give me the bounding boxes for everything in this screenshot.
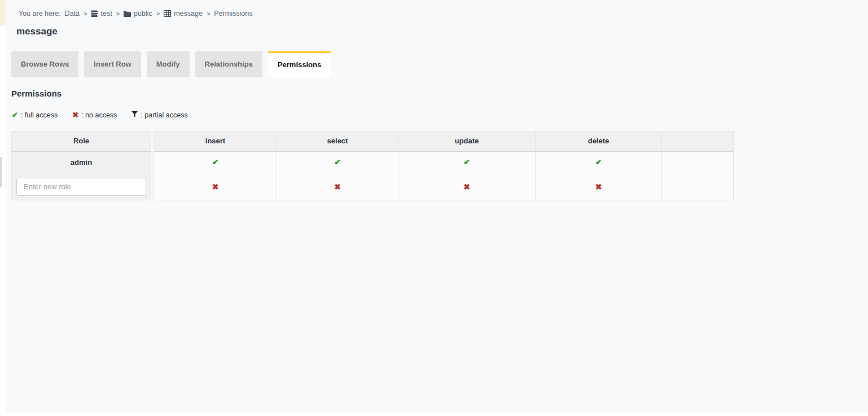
tab-bar: Browse Rows Insert Row Modify Relationsh… xyxy=(6,51,868,77)
permission-cell-admin-insert[interactable]: ✔ xyxy=(154,151,277,173)
column-header-select: select xyxy=(277,132,398,151)
role-column-header: Role xyxy=(12,132,151,151)
role-cell-admin[interactable]: admin xyxy=(12,151,151,173)
page-title: message xyxy=(16,26,868,37)
check-icon: ✔ xyxy=(334,157,341,167)
check-icon: ✔ xyxy=(463,157,470,167)
breadcrumb-separator: > xyxy=(116,10,120,17)
legend-partial-access: : partial access xyxy=(131,111,187,119)
database-icon xyxy=(91,10,98,17)
legend-no-access: ✖ : no access xyxy=(72,111,117,119)
tab-browse-rows[interactable]: Browse Rows xyxy=(11,51,78,77)
permission-cell-new-blank xyxy=(662,173,734,200)
breadcrumb-prefix: You are here: xyxy=(19,10,61,17)
permissions-tables: Role admin xyxy=(11,131,868,200)
legend-full-access: ✔ : full access xyxy=(12,111,58,119)
permission-cell-new-update[interactable]: ✖ xyxy=(398,173,536,200)
permission-cell-new-select[interactable]: ✖ xyxy=(277,173,398,200)
check-icon: ✔ xyxy=(595,157,602,167)
permission-cell-new-insert[interactable]: ✖ xyxy=(154,173,277,200)
cross-icon: ✖ xyxy=(595,182,602,191)
legend-label: : no access xyxy=(81,111,117,119)
permission-cell-new-delete[interactable]: ✖ xyxy=(536,173,662,200)
table-icon xyxy=(164,10,171,17)
new-role-input[interactable] xyxy=(16,178,146,196)
breadcrumb-separator: > xyxy=(84,10,87,17)
legend-label: : partial access xyxy=(141,111,187,119)
permission-cell-admin-blank xyxy=(662,151,734,173)
column-header-insert: insert xyxy=(154,132,277,151)
cross-icon: ✖ xyxy=(72,111,78,119)
permissions-legend: ✔ : full access ✖ : no access : partial … xyxy=(12,111,868,119)
column-header-delete: delete xyxy=(536,132,662,151)
breadcrumb-separator: > xyxy=(207,10,210,17)
sidebar-resize-handle[interactable] xyxy=(0,157,2,187)
breadcrumb-item-message[interactable]: message xyxy=(164,10,203,17)
new-role-cell xyxy=(12,173,151,200)
legend-label: : full access xyxy=(21,111,58,119)
breadcrumb-separator: > xyxy=(156,10,160,17)
role-row-admin: admin xyxy=(12,151,151,173)
cross-icon: ✖ xyxy=(463,182,470,191)
breadcrumb-item-test[interactable]: test xyxy=(91,10,112,17)
cross-icon: ✖ xyxy=(334,182,341,191)
app-viewport: You are here: Data > test > xyxy=(0,0,868,416)
filter-icon xyxy=(131,111,138,119)
folder-icon xyxy=(124,11,131,17)
sidebar-edge-strip xyxy=(0,0,6,25)
permission-row-admin: ✔ ✔ ✔ ✔ xyxy=(154,151,734,173)
permission-cell-admin-update[interactable]: ✔ xyxy=(398,151,536,173)
permissions-header-row: insert select update delete xyxy=(154,132,734,151)
permission-cell-admin-select[interactable]: ✔ xyxy=(277,151,398,173)
role-table: Role admin xyxy=(11,131,151,200)
tab-permissions[interactable]: Permissions xyxy=(268,51,331,77)
tab-insert-row[interactable]: Insert Row xyxy=(84,51,141,77)
check-icon: ✔ xyxy=(12,111,18,119)
check-icon: ✔ xyxy=(212,157,219,167)
role-row-new xyxy=(12,173,151,200)
permissions-heading: Permissions xyxy=(11,89,868,98)
breadcrumb-item-public[interactable]: public xyxy=(124,10,152,17)
column-header-blank xyxy=(662,132,734,151)
role-header-row: Role xyxy=(12,132,151,151)
cross-icon: ✖ xyxy=(212,182,219,191)
tab-modify[interactable]: Modify xyxy=(147,51,190,77)
breadcrumb: You are here: Data > test > xyxy=(19,0,868,17)
column-header-update: update xyxy=(398,132,536,151)
permission-row-new-role: ✖ ✖ ✖ ✖ xyxy=(154,173,734,200)
permission-cell-admin-delete[interactable]: ✔ xyxy=(536,151,662,173)
tab-relationships[interactable]: Relationships xyxy=(195,51,262,77)
breadcrumb-item-data[interactable]: Data xyxy=(65,10,80,17)
permissions-matrix-table: insert select update delete ✔ ✔ xyxy=(154,131,734,200)
main-content: You are here: Data > test > xyxy=(6,0,868,413)
breadcrumb-item-permissions[interactable]: Permissions xyxy=(214,10,252,17)
